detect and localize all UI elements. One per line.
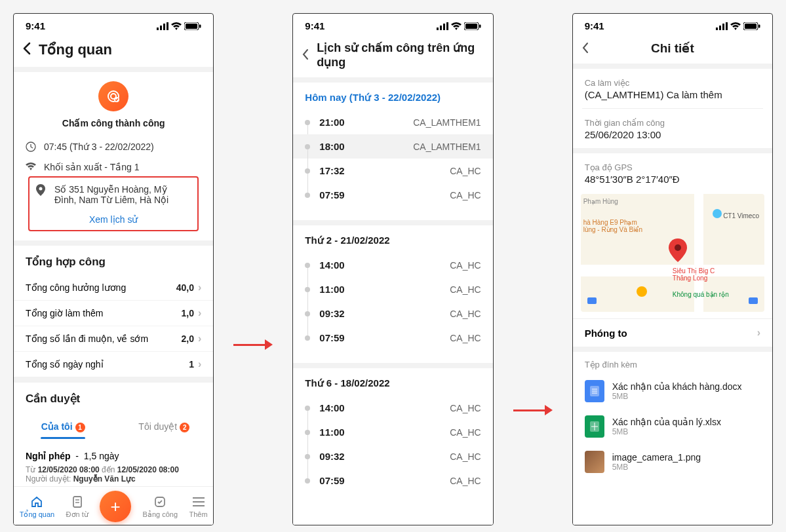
svg-rect-28 <box>722 24 724 30</box>
svg-rect-37 <box>749 297 758 304</box>
wifi-icon <box>451 22 462 30</box>
timeline-entry[interactable]: 18:00CA_LAMTHEM1 <box>293 134 492 159</box>
map-pin-icon <box>669 238 687 265</box>
signal-icon <box>716 22 728 30</box>
timeline-entry[interactable]: 11:00CA_HC <box>305 420 481 444</box>
screen-detail: 9:41 Chi tiết Ca làm việc (CA_LAMTHEM1) … <box>572 13 773 525</box>
zoom-button[interactable]: Phóng to › <box>573 318 772 352</box>
address-highlight: Số 351 Nguyễn Hoàng, Mỹ Đình, Nam Từ Liê… <box>28 176 199 231</box>
approve-title: Cần duyệt <box>14 383 213 412</box>
svg-rect-22 <box>446 22 448 30</box>
timeline-entry[interactable]: 07:59CA_HC <box>305 468 481 493</box>
timeline-entry[interactable]: 11:00CA_HC <box>305 277 481 301</box>
tab-approve[interactable]: Tôi duyệt2 <box>127 416 201 438</box>
svg-rect-2 <box>163 24 165 30</box>
status-bar: 9:41 <box>293 14 492 35</box>
flow-arrow-1 <box>233 339 273 350</box>
svg-rect-5 <box>186 24 197 29</box>
menu-icon <box>191 495 206 509</box>
svg-rect-6 <box>199 24 201 28</box>
signal-icon <box>437 22 448 30</box>
page-title: Lịch sử chấm công trên ứng dụng <box>317 41 483 69</box>
timeline-entry[interactable]: 09:32CA_HC <box>305 444 481 468</box>
nav-requests[interactable]: Đơn từ <box>66 495 88 519</box>
shift-value: (CA_LAMTHEM1) Ca làm thêm <box>573 88 772 108</box>
file-row[interactable]: Xác nhận của quản lý.xlsx5MB <box>573 409 772 444</box>
nav-overview[interactable]: Tổng quan <box>20 495 54 519</box>
back-icon[interactable] <box>302 46 309 64</box>
timeline-entry[interactable]: 07:59CA_HC <box>305 326 481 350</box>
stats-list: Tổng công hưởng lương40,0›Tổng giờ làm t… <box>14 275 213 377</box>
shift-label: Ca làm việc <box>573 78 772 88</box>
svg-rect-24 <box>465 24 477 29</box>
time-value: 25/06/2020 13:00 <box>573 128 772 148</box>
checkin-card: Chấm công thành công <box>14 72 213 138</box>
history-link[interactable]: Xem lịch sử <box>36 209 191 230</box>
date-header-3: Thứ 6 - 18/02/2022 <box>293 368 492 396</box>
timeline-today: 21:00CA_LAMTHEM118:00CA_LAMTHEM117:32CA_… <box>293 110 492 207</box>
nav-more[interactable]: Thêm <box>189 495 207 518</box>
wifi-icon <box>171 22 182 30</box>
stat-row[interactable]: Tổng số lần đi muộn, về sớm2,0› <box>14 326 213 352</box>
status-bar: 9:41 <box>573 14 772 35</box>
screen-history: 9:41 Lịch sử chấm công trên ứng dụng Hôm… <box>292 13 493 525</box>
svg-rect-3 <box>167 22 168 30</box>
timeline-entry[interactable]: 14:00CA_HC <box>305 253 481 277</box>
svg-rect-1 <box>160 26 162 30</box>
timeline-entry[interactable]: 21:00CA_LAMTHEM1 <box>305 110 481 134</box>
svg-rect-20 <box>440 26 442 30</box>
summary-title: Tổng hợp công <box>14 246 213 275</box>
approver-line: Người duyệt: Nguyễn Văn Lực <box>26 474 201 484</box>
wifi-icon <box>26 162 37 172</box>
timeline-entry[interactable]: 17:32CA_HC <box>305 159 481 183</box>
svg-rect-19 <box>437 28 439 30</box>
svg-point-34 <box>675 244 681 251</box>
sheet-icon <box>585 415 604 438</box>
today-header: Hôm nay (Thứ 3 - 22/02/2022) <box>293 83 492 110</box>
timeline-entry[interactable]: 14:00CA_HC <box>305 396 481 420</box>
timeline-day2: 14:00CA_HC11:00CA_HC09:32CA_HC07:59CA_HC <box>293 253 492 350</box>
back-icon[interactable] <box>582 39 589 58</box>
nav-timesheet[interactable]: Bảng công <box>143 495 178 519</box>
location-icon <box>36 184 48 198</box>
chevron-right-icon: › <box>757 327 760 339</box>
chevron-right-icon: › <box>198 358 201 370</box>
time-row: 07:45 (Thứ 3 - 22/02/2022) <box>26 138 201 158</box>
battery-icon <box>743 22 760 30</box>
wifi-icon <box>730 22 741 30</box>
back-icon[interactable] <box>23 41 31 59</box>
timeline-entry[interactable]: 09:32CA_HC <box>305 301 481 326</box>
fingerprint-icon <box>98 81 128 111</box>
svg-point-35 <box>637 286 647 297</box>
svg-rect-27 <box>719 26 721 30</box>
svg-rect-12 <box>73 497 81 507</box>
gps-value: 48°51′30″B 2°17′40″Đ <box>573 172 772 193</box>
check-icon <box>153 495 167 509</box>
stat-row[interactable]: Tổng công hưởng lương40,0› <box>14 275 213 301</box>
wifi-row: Khối sản xuất - Tầng 1 <box>26 158 201 176</box>
file-row[interactable]: image_camera_1.png5MB <box>573 444 772 480</box>
chevron-right-icon: › <box>198 282 201 294</box>
svg-rect-21 <box>443 24 445 30</box>
checkin-status: Chấm công thành công <box>26 118 201 128</box>
stat-row[interactable]: Tổng số ngày nghỉ1› <box>14 352 213 377</box>
stat-row[interactable]: Tổng giờ làm thêm1,0› <box>14 301 213 326</box>
clock-icon <box>26 142 37 154</box>
svg-point-33 <box>713 209 722 218</box>
image-thumb <box>585 451 604 473</box>
svg-point-11 <box>39 187 43 191</box>
tab-mine[interactable]: Của tôi1 <box>26 416 100 438</box>
svg-rect-26 <box>716 28 718 30</box>
screen-overview: 9:41 Tổng quan Chấm công thành công 07:4… <box>13 13 214 525</box>
header: Tổng quan <box>14 35 213 67</box>
fab-add[interactable]: + <box>100 491 131 522</box>
file-row[interactable]: Xác nhận của khách hàng.docx5MB <box>573 373 772 409</box>
timeline-entry[interactable]: 07:59CA_HC <box>305 183 481 207</box>
date-header-2: Thứ 2 - 21/02/2022 <box>293 225 492 253</box>
timeline-day3: 14:00CA_HC11:00CA_HC09:32CA_HC07:59CA_HC <box>293 396 492 493</box>
map-preview[interactable]: Phạm Hùng CT1 Vimeco hà Hàng E9 Phạm lùn… <box>581 194 764 312</box>
gps-label: Tọa độ GPS <box>573 162 772 172</box>
svg-rect-25 <box>479 24 481 28</box>
bottom-nav: Tổng quan Đơn từ + Bảng công Thêm <box>14 486 213 525</box>
flow-arrow-2 <box>513 405 553 415</box>
